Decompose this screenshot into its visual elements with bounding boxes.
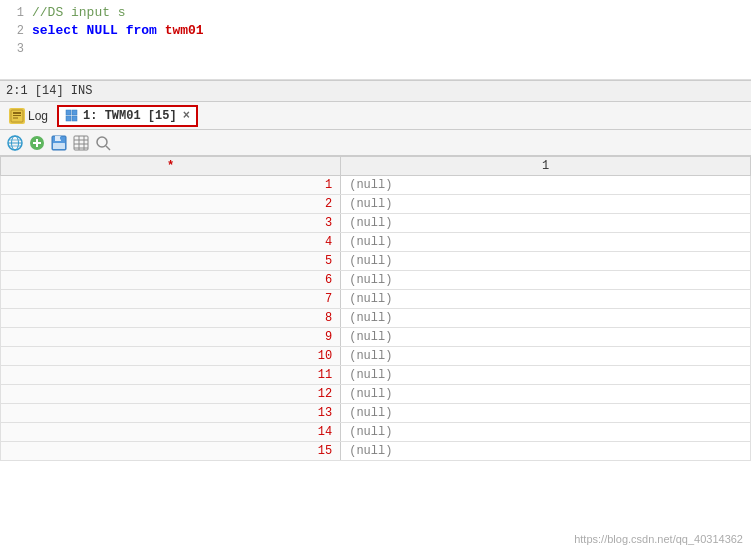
log-label: Log bbox=[28, 109, 48, 123]
bracket-num: [14] bbox=[35, 84, 64, 98]
insert-mode bbox=[64, 84, 71, 98]
row-value: (null) bbox=[341, 290, 751, 309]
table-row: 6(null) bbox=[1, 271, 751, 290]
row-value: (null) bbox=[341, 195, 751, 214]
row-value: (null) bbox=[341, 252, 751, 271]
svg-rect-18 bbox=[53, 143, 65, 149]
comment-text: //DS input s bbox=[32, 5, 126, 20]
log-icon bbox=[9, 108, 25, 124]
table-icon bbox=[72, 134, 90, 152]
table-name: twm01 bbox=[165, 23, 204, 38]
table-row: 15(null) bbox=[1, 442, 751, 461]
table-row: 3(null) bbox=[1, 214, 751, 233]
log-svg bbox=[10, 109, 24, 123]
svg-point-26 bbox=[97, 137, 107, 147]
row-number: 12 bbox=[1, 385, 341, 404]
row-value: (null) bbox=[341, 309, 751, 328]
svg-rect-3 bbox=[13, 117, 18, 118]
line-number-1: 1 bbox=[4, 4, 24, 22]
svg-rect-1 bbox=[13, 112, 21, 114]
add-icon bbox=[28, 134, 46, 152]
tab-close-button[interactable]: × bbox=[183, 109, 190, 123]
table-button[interactable] bbox=[72, 134, 90, 152]
table-row: 11(null) bbox=[1, 366, 751, 385]
row-number: 15 bbox=[1, 442, 341, 461]
keyword-null: NULL bbox=[87, 23, 118, 38]
add-button[interactable] bbox=[28, 134, 46, 152]
row-value: (null) bbox=[341, 214, 751, 233]
globe-button[interactable] bbox=[6, 134, 24, 152]
row-value: (null) bbox=[341, 442, 751, 461]
row-number: 8 bbox=[1, 309, 341, 328]
tab-bar: Log 1: TWM01 [15] × bbox=[0, 102, 751, 130]
row-number: 3 bbox=[1, 214, 341, 233]
table-row: 10(null) bbox=[1, 347, 751, 366]
svg-rect-7 bbox=[72, 116, 77, 121]
code-content-2: select NULL from twm01 bbox=[32, 22, 204, 40]
main-container: 1 //DS input s 2 select NULL from twm01 … bbox=[0, 0, 751, 551]
keyword-select: select bbox=[32, 23, 87, 38]
keyword-from: from bbox=[118, 23, 165, 38]
row-number: 13 bbox=[1, 404, 341, 423]
col-1-header: 1 bbox=[341, 157, 751, 176]
line-number-3: 3 bbox=[4, 40, 24, 58]
row-number: 2 bbox=[1, 195, 341, 214]
table-row: 7(null) bbox=[1, 290, 751, 309]
row-value: (null) bbox=[341, 271, 751, 290]
row-number: 1 bbox=[1, 176, 341, 195]
row-value: (null) bbox=[341, 347, 751, 366]
row-value: (null) bbox=[341, 385, 751, 404]
table-row: 9(null) bbox=[1, 328, 751, 347]
save-button[interactable] bbox=[50, 134, 68, 152]
editor-area: 1 //DS input s 2 select NULL from twm01 … bbox=[0, 0, 751, 80]
code-content-3 bbox=[32, 40, 40, 58]
row-number: 9 bbox=[1, 328, 341, 347]
svg-rect-19 bbox=[60, 136, 62, 139]
table-row: 1(null) bbox=[1, 176, 751, 195]
row-value: (null) bbox=[341, 404, 751, 423]
row-number: 7 bbox=[1, 290, 341, 309]
row-number: 14 bbox=[1, 423, 341, 442]
code-line-3: 3 bbox=[0, 40, 751, 58]
svg-rect-2 bbox=[13, 115, 21, 116]
table-row: 12(null) bbox=[1, 385, 751, 404]
svg-line-27 bbox=[106, 146, 110, 150]
svg-rect-6 bbox=[66, 116, 71, 121]
table-row: 8(null) bbox=[1, 309, 751, 328]
results-area[interactable]: * 1 1(null)2(null)3(null)4(null)5(null)6… bbox=[0, 156, 751, 551]
table-row: 5(null) bbox=[1, 252, 751, 271]
line-number-2: 2 bbox=[4, 22, 24, 40]
result-tab-label: 1: TWM01 [15] bbox=[83, 109, 177, 123]
row-number: 4 bbox=[1, 233, 341, 252]
row-number: 11 bbox=[1, 366, 341, 385]
ins-label: INS bbox=[71, 84, 93, 98]
result-tab[interactable]: 1: TWM01 [15] × bbox=[57, 105, 198, 127]
row-number: 5 bbox=[1, 252, 341, 271]
code-line-1: 1 //DS input s bbox=[0, 4, 751, 22]
watermark: https://blog.csdn.net/qq_40314362 bbox=[574, 533, 743, 545]
svg-rect-4 bbox=[66, 110, 71, 115]
status-bar: 2:1 [14] INS bbox=[0, 80, 751, 102]
row-value: (null) bbox=[341, 328, 751, 347]
svg-rect-5 bbox=[72, 110, 77, 115]
row-number: 6 bbox=[1, 271, 341, 290]
table-row: 2(null) bbox=[1, 195, 751, 214]
row-value: (null) bbox=[341, 176, 751, 195]
bracket-info bbox=[28, 84, 35, 98]
grid-icon bbox=[65, 109, 79, 123]
cursor-position: 2:1 bbox=[6, 84, 28, 98]
row-value: (null) bbox=[341, 366, 751, 385]
table-row: 14(null) bbox=[1, 423, 751, 442]
code-line-2: 2 select NULL from twm01 bbox=[0, 22, 751, 40]
row-value: (null) bbox=[341, 233, 751, 252]
code-content-1: //DS input s bbox=[32, 4, 126, 22]
star-header: * bbox=[1, 157, 341, 176]
globe-icon bbox=[6, 134, 24, 152]
row-value: (null) bbox=[341, 423, 751, 442]
table-row: 13(null) bbox=[1, 404, 751, 423]
toolbar bbox=[0, 130, 751, 156]
log-button[interactable]: Log bbox=[4, 106, 53, 126]
results-table: * 1 1(null)2(null)3(null)4(null)5(null)6… bbox=[0, 156, 751, 461]
search-button[interactable] bbox=[94, 134, 112, 152]
table-row: 4(null) bbox=[1, 233, 751, 252]
